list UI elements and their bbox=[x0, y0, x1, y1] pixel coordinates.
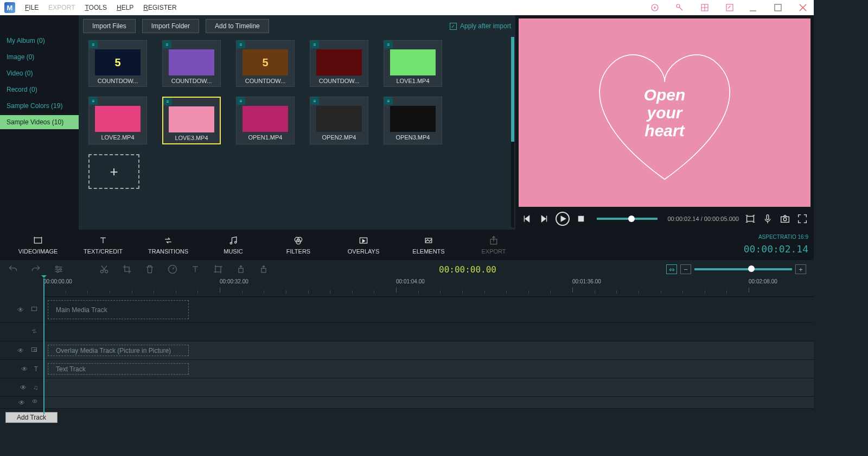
tab-music[interactable]: MUSIC bbox=[201, 235, 266, 255]
sidebar-item-image[interactable]: Image (0) bbox=[0, 50, 79, 64]
crop-icon[interactable] bbox=[122, 264, 132, 275]
rotate-left-icon[interactable] bbox=[235, 264, 246, 275]
media-library: Import Files Import Folder Add to Timeli… bbox=[79, 15, 515, 230]
settings-icon[interactable] bbox=[53, 264, 64, 275]
track-transitions[interactable] bbox=[0, 323, 814, 341]
zoom-fit-button[interactable]: ⇔ bbox=[666, 264, 677, 274]
sidebar-item-my-album[interactable]: My Album (0) bbox=[0, 34, 79, 48]
filmstrip-icon: ≡ bbox=[384, 41, 393, 48]
cart-icon[interactable] bbox=[650, 3, 660, 12]
next-frame-button[interactable] bbox=[538, 213, 550, 225]
thumb-label: OPEN1.MP4 bbox=[237, 134, 294, 141]
fullscreen-icon[interactable] bbox=[796, 213, 808, 225]
svg-rect-7 bbox=[767, 215, 769, 220]
svg-point-11 bbox=[230, 242, 232, 244]
layout-icon[interactable] bbox=[700, 3, 710, 12]
thumb-label: COUNTDOW... bbox=[237, 78, 294, 84]
svg-point-21 bbox=[57, 271, 59, 273]
stop-button[interactable] bbox=[575, 213, 587, 225]
media-thumb[interactable]: ≡ OPEN1.MP4 bbox=[236, 97, 295, 144]
tab-video-image[interactable]: VIDEO/IMAGE bbox=[5, 235, 71, 255]
import-files-button[interactable]: Import Files bbox=[83, 19, 136, 33]
crop2-icon[interactable] bbox=[213, 264, 224, 275]
eye-icon[interactable]: 👁 bbox=[17, 306, 24, 314]
filmstrip-icon: ≡ bbox=[89, 41, 98, 48]
media-thumb[interactable]: ≡ 5 COUNTDOW... bbox=[88, 40, 147, 87]
sidebar-item-video[interactable]: Video (0) bbox=[0, 66, 79, 80]
undo-icon[interactable] bbox=[8, 264, 18, 275]
zoom-slider[interactable] bbox=[694, 268, 792, 270]
track-overlay[interactable]: 👁 Overlay Media Track (Picture in Pictur… bbox=[0, 341, 814, 360]
text-icon[interactable] bbox=[190, 264, 201, 275]
preview-seek-slider[interactable] bbox=[597, 218, 658, 220]
snapshot-icon[interactable] bbox=[779, 213, 791, 225]
thumb-label: OPEN3.MP4 bbox=[384, 134, 442, 141]
menu-file[interactable]: FILE bbox=[25, 4, 39, 11]
tab-overlays[interactable]: OVERLAYS bbox=[331, 235, 396, 255]
tab-elements[interactable]: ELEMENTS bbox=[396, 235, 461, 255]
apply-after-import-checkbox[interactable]: ✓ Apply after import bbox=[450, 22, 511, 30]
delete-icon[interactable] bbox=[144, 264, 155, 275]
minimize-button[interactable] bbox=[746, 3, 760, 12]
add-to-timeline-button[interactable]: Add to Timeline bbox=[206, 19, 269, 33]
playhead[interactable] bbox=[43, 278, 44, 414]
add-media-button[interactable]: + bbox=[88, 154, 139, 189]
voiceover-icon[interactable] bbox=[762, 213, 774, 225]
track-text[interactable]: 👁T Text Track bbox=[0, 360, 814, 378]
zoom-in-button[interactable]: + bbox=[795, 264, 806, 274]
preview-canvas: Open your heart bbox=[519, 18, 810, 207]
media-thumb[interactable]: ≡ LOVE2.MP4 bbox=[88, 97, 147, 144]
menu-export: EXPORT bbox=[48, 4, 75, 11]
eye-icon[interactable]: 👁 bbox=[21, 365, 28, 373]
media-thumb[interactable]: ≡ OPEN2.MP4 bbox=[310, 97, 368, 144]
prev-frame-button[interactable] bbox=[521, 213, 533, 225]
sidebar-item-record[interactable]: Record (0) bbox=[0, 83, 79, 97]
menu-register[interactable]: REGISTER bbox=[143, 4, 176, 11]
eye-icon[interactable]: 👁 bbox=[20, 384, 27, 391]
svg-rect-26 bbox=[239, 268, 243, 273]
eye-icon[interactable]: 👁 bbox=[17, 347, 24, 354]
svg-rect-10 bbox=[34, 238, 41, 243]
speed-icon[interactable] bbox=[167, 264, 178, 275]
redo-icon[interactable] bbox=[30, 264, 41, 275]
tab-text-credit[interactable]: TEXT/CREDIT bbox=[71, 235, 136, 255]
track-elements[interactable]: 👁 bbox=[0, 397, 814, 409]
eye-icon[interactable]: 👁 bbox=[18, 399, 25, 407]
media-thumb[interactable]: ≡ 5 COUNTDOW... bbox=[236, 40, 295, 87]
tab-filters[interactable]: FILTERS bbox=[266, 235, 331, 255]
apply-after-import-label: Apply after import bbox=[460, 22, 511, 30]
rotate-right-icon[interactable] bbox=[258, 264, 269, 275]
svg-rect-25 bbox=[215, 267, 221, 272]
library-scrollbar[interactable] bbox=[511, 37, 514, 227]
thumb-label: COUNTDOW... bbox=[163, 78, 220, 84]
key-icon[interactable] bbox=[675, 3, 685, 12]
zoom-out-button[interactable]: − bbox=[680, 264, 691, 274]
media-thumb[interactable]: ≡ COUNTDOW... bbox=[310, 40, 368, 87]
track-main-media[interactable]: 👁 Main Media Track bbox=[0, 297, 814, 323]
svg-point-32 bbox=[34, 400, 37, 403]
track-music[interactable]: 👁♫ bbox=[0, 378, 814, 397]
media-thumb[interactable]: ≡ LOVE3.MP4 bbox=[162, 97, 221, 144]
sidebar-item-sample-colors[interactable]: Sample Colors (19) bbox=[0, 99, 79, 113]
play-button[interactable] bbox=[556, 212, 570, 226]
sidebar-item-sample-videos[interactable]: Sample Videos (10) bbox=[0, 115, 79, 129]
import-folder-button[interactable]: Import Folder bbox=[142, 19, 199, 33]
media-thumb[interactable]: ≡ LOVE1.MP4 bbox=[384, 40, 442, 87]
add-track-button[interactable]: Add Track bbox=[5, 412, 58, 423]
tab-transitions[interactable]: TRANSITIONS bbox=[136, 235, 201, 255]
close-button[interactable] bbox=[796, 3, 809, 12]
filmstrip-icon: ≡ bbox=[310, 41, 319, 48]
cut-icon[interactable] bbox=[99, 264, 110, 275]
module-tabs: VIDEO/IMAGE TEXT/CREDIT TRANSITIONS MUSI… bbox=[0, 230, 814, 260]
maximize-button[interactable] bbox=[771, 3, 784, 12]
media-thumb[interactable]: ≡ COUNTDOW... bbox=[162, 40, 221, 87]
media-thumb[interactable]: ≡ OPEN3.MP4 bbox=[384, 97, 442, 144]
timeline-timecode: 00:00:00.00 bbox=[439, 264, 496, 275]
menu-help[interactable]: HELP bbox=[117, 4, 133, 11]
safe-area-icon[interactable] bbox=[744, 213, 756, 225]
svg-rect-30 bbox=[34, 349, 36, 351]
edit-icon[interactable] bbox=[725, 3, 735, 12]
timeline-ruler[interactable]: 00:00:00.0000:00:32.0000:01:04.0000:01:3… bbox=[43, 278, 814, 297]
filmstrip-icon: ≡ bbox=[163, 98, 172, 105]
menu-tools[interactable]: TOOLS bbox=[85, 4, 106, 11]
